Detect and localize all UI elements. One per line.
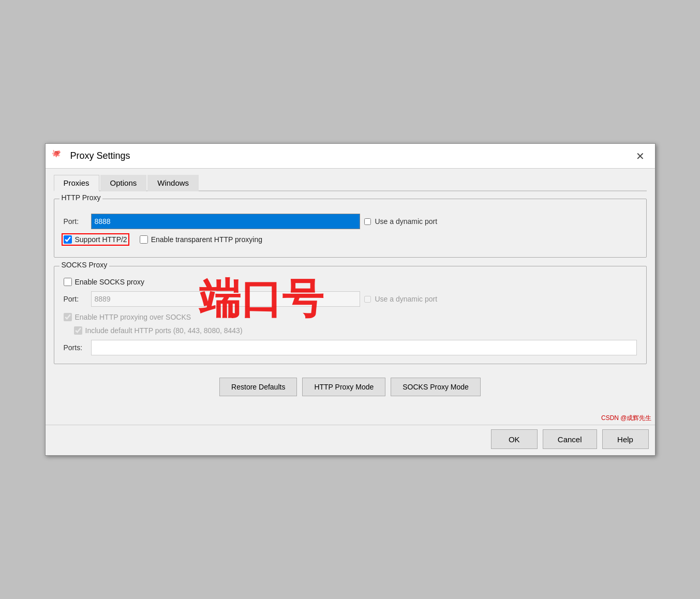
http-proxy-section: HTTP Proxy 端口号 Port: Use a dynamic port …: [54, 199, 647, 258]
help-button[interactable]: Help: [602, 429, 649, 449]
transparent-checkbox[interactable]: [140, 235, 148, 244]
close-button[interactable]: ✕: [632, 148, 649, 164]
tab-windows[interactable]: Windows: [147, 175, 199, 191]
window-title: Proxy Settings: [70, 151, 130, 161]
enable-socks-row: Enable SOCKS proxy: [64, 278, 637, 286]
tab-options[interactable]: Options: [100, 175, 147, 191]
proxy-settings-window: 🐙 Proxy Settings ✕ Proxies Options Windo…: [45, 143, 656, 456]
ports-label: Ports:: [64, 343, 87, 352]
footer-buttons-row: OK Cancel Help: [46, 425, 655, 455]
http-over-socks-checkbox[interactable]: [64, 313, 72, 321]
tab-bar: Proxies Options Windows: [54, 174, 647, 191]
http-port-input[interactable]: [91, 214, 360, 229]
tab-proxies[interactable]: Proxies: [54, 175, 99, 191]
ports-input[interactable]: [91, 340, 637, 355]
support-http2-wrapper: Support HTTP/2: [64, 235, 127, 244]
http-proxy-title: HTTP Proxy: [59, 193, 103, 202]
http-over-socks-wrapper: Enable HTTP proxying over SOCKS: [64, 313, 191, 321]
include-ports-checkbox[interactable]: [74, 326, 82, 335]
http-dynamic-port-checkbox[interactable]: [364, 218, 371, 225]
support-http2-checkbox[interactable]: [64, 235, 72, 244]
socks-port-label: Port:: [64, 295, 87, 303]
transparent-wrapper: Enable transparent HTTP proxying: [140, 235, 262, 244]
window-body: Proxies Options Windows HTTP Proxy 端口号 P…: [46, 169, 655, 413]
socks-port-row: Port: Use a dynamic port: [64, 291, 637, 307]
include-ports-row: Include default HTTP ports (80, 443, 808…: [74, 326, 637, 335]
http-proxy-mode-button[interactable]: HTTP Proxy Mode: [302, 378, 385, 396]
title-bar: 🐙 Proxy Settings ✕: [46, 144, 655, 169]
restore-defaults-button[interactable]: Restore Defaults: [219, 378, 297, 396]
http-dynamic-port-label: Use a dynamic port: [375, 217, 438, 226]
watermark: CSDN @成辉先生: [46, 413, 655, 425]
title-bar-left: 🐙 Proxy Settings: [52, 149, 130, 163]
http-over-socks-label: Enable HTTP proxying over SOCKS: [75, 313, 191, 321]
socks-proxy-section: SOCKS Proxy Enable SOCKS proxy Port: Use…: [54, 266, 647, 364]
transparent-label: Enable transparent HTTP proxying: [151, 235, 262, 244]
app-icon: 🐙: [52, 149, 66, 163]
include-ports-wrapper: Include default HTTP ports (80, 443, 808…: [74, 326, 243, 335]
http-options-row: Support HTTP/2 Enable transparent HTTP p…: [64, 235, 637, 244]
socks-dynamic-port-label: Use a dynamic port: [375, 295, 438, 303]
socks-dynamic-port-checkbox[interactable]: [364, 296, 371, 303]
bottom-buttons-row: Restore Defaults HTTP Proxy Mode SOCKS P…: [54, 372, 647, 405]
http-over-socks-row: Enable HTTP proxying over SOCKS: [64, 313, 637, 321]
enable-socks-label: Enable SOCKS proxy: [75, 278, 145, 286]
support-http2-label: Support HTTP/2: [75, 235, 127, 244]
socks-port-input[interactable]: [91, 291, 360, 307]
http-port-label: Port:: [64, 217, 87, 226]
socks-proxy-title: SOCKS Proxy: [59, 261, 110, 269]
ok-button[interactable]: OK: [491, 429, 538, 449]
http-port-row: Port: Use a dynamic port: [64, 214, 637, 229]
socks-proxy-mode-button[interactable]: SOCKS Proxy Mode: [391, 378, 481, 396]
ports-row: Ports:: [64, 340, 637, 355]
include-ports-label: Include default HTTP ports (80, 443, 808…: [85, 326, 243, 335]
cancel-button[interactable]: Cancel: [543, 429, 597, 449]
enable-socks-checkbox[interactable]: [64, 278, 72, 286]
enable-socks-wrapper: Enable SOCKS proxy: [64, 278, 145, 286]
